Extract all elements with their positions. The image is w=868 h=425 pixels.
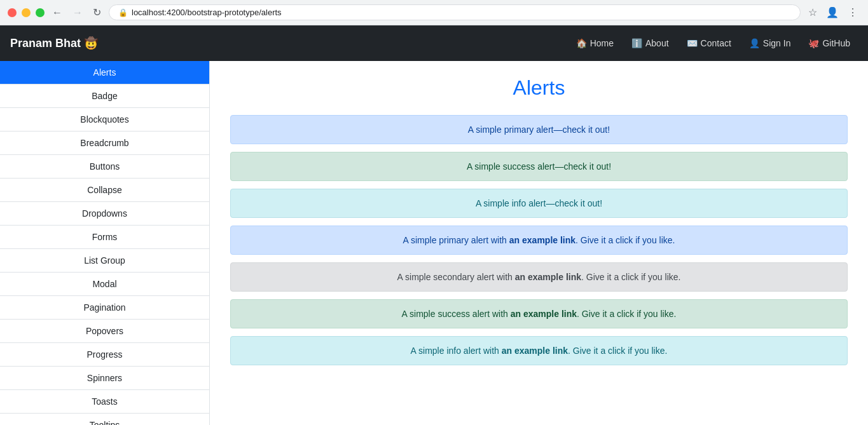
contact-icon: ✉️ — [687, 38, 698, 48]
alert-success-link-anchor[interactable]: an example link — [511, 309, 577, 319]
alert-success-link: A simple success alert with an example l… — [230, 299, 848, 328]
address-bar[interactable]: 🔒 localhost:4200/bootstrap-prototype/ale… — [109, 4, 801, 20]
alert-secondary-link-anchor[interactable]: an example link — [515, 272, 581, 282]
browser-maximize-btn[interactable] — [36, 8, 45, 17]
browser-forward-btn[interactable]: → — [70, 6, 85, 19]
alert-secondary-link: A simple secondary alert with an example… — [230, 262, 848, 292]
sidebar-item-breadcrumb[interactable]: Breadcrumb — [0, 132, 209, 155]
alert-success-simple: A simple success alert—check it out! — [230, 152, 848, 181]
content-area: Alerts A simple primary alert—check it o… — [210, 61, 868, 425]
nav-link-about[interactable]: ℹ️ About — [624, 33, 677, 53]
sidebar-item-dropdowns[interactable]: Dropdowns — [0, 202, 209, 226]
about-icon: ℹ️ — [631, 38, 642, 48]
browser-reload-btn[interactable]: ↻ — [90, 6, 104, 19]
alert-primary-simple: A simple primary alert—check it out! — [230, 115, 848, 144]
alert-info-link-after: . Give it a click if you like. — [568, 346, 667, 356]
alert-info-simple: A simple info alert—check it out! — [230, 189, 848, 218]
sidebar-item-pagination[interactable]: Pagination — [0, 296, 209, 320]
home-icon: 🏠 — [576, 38, 587, 48]
alert-primary-simple-text: A simple primary alert—check it out! — [468, 125, 610, 135]
sidebar-item-spinners[interactable]: Spinners — [0, 367, 209, 390]
main-layout: Alerts Badge Blockquotes Breadcrumb Butt… — [0, 61, 868, 425]
alert-info-simple-text: A simple info alert—check it out! — [476, 198, 602, 208]
nav-link-contact[interactable]: ✉️ Contact — [679, 33, 739, 53]
sidebar-item-modal[interactable]: Modal — [0, 273, 209, 296]
alert-success-link-before: A simple success alert with — [402, 309, 511, 319]
address-url: localhost:4200/bootstrap-prototype/alert… — [132, 8, 282, 17]
nav-signin-label: Sign In — [763, 38, 791, 48]
alert-primary-link-anchor[interactable]: an example link — [509, 235, 575, 245]
sidebar-item-list-group[interactable]: List Group — [0, 249, 209, 273]
sidebar-item-toasts[interactable]: Toasts — [0, 390, 209, 414]
sidebar-item-forms[interactable]: Forms — [0, 226, 209, 249]
page-title: Alerts — [230, 76, 848, 100]
sidebar-item-collapse[interactable]: Collapse — [0, 179, 209, 202]
nav-contact-label: Contact — [701, 38, 731, 48]
navbar-brand-text: Pranam Bhat 🤠 — [10, 36, 98, 50]
sidebar-item-popovers[interactable]: Popovers — [0, 320, 209, 343]
signin-icon: 👤 — [749, 38, 760, 48]
sidebar-item-buttons[interactable]: Buttons — [0, 155, 209, 179]
browser-close-btn[interactable] — [8, 8, 17, 17]
browser-bookmark-btn[interactable]: ☆ — [806, 5, 820, 20]
browser-minimize-btn[interactable] — [22, 8, 31, 17]
sidebar-item-badge[interactable]: Badge — [0, 84, 209, 108]
alert-info-link-before: A simple info alert with — [411, 346, 502, 356]
sidebar-item-progress[interactable]: Progress — [0, 343, 209, 367]
alert-primary-link-before: A simple primary alert with — [403, 235, 509, 245]
sidebar-item-tooltips[interactable]: Tooltips — [0, 414, 209, 425]
alert-info-link: A simple info alert with an example link… — [230, 336, 848, 365]
navbar-nav: 🏠 Home ℹ️ About ✉️ Contact 👤 Sign In 🐙 G… — [568, 33, 858, 53]
navbar-brand[interactable]: Pranam Bhat 🤠 — [10, 36, 98, 50]
github-icon: 🐙 — [808, 38, 819, 48]
sidebar-item-blockquotes[interactable]: Blockquotes — [0, 108, 209, 132]
browser-back-btn[interactable]: ← — [50, 6, 65, 19]
nav-link-github[interactable]: 🐙 GitHub — [801, 33, 858, 53]
navbar: Pranam Bhat 🤠 🏠 Home ℹ️ About ✉️ Contact… — [0, 25, 868, 61]
sidebar-item-alerts[interactable]: Alerts — [0, 61, 209, 84]
alert-primary-link-after: . Give it a click if you like. — [575, 235, 675, 245]
alert-secondary-link-after: . Give it a click if you like. — [581, 272, 680, 282]
nav-about-label: About — [645, 38, 669, 48]
alert-info-link-anchor[interactable]: an example link — [502, 346, 568, 356]
sidebar: Alerts Badge Blockquotes Breadcrumb Butt… — [0, 61, 210, 425]
nav-link-home[interactable]: 🏠 Home — [568, 33, 621, 53]
browser-profile-btn[interactable]: 👤 — [823, 5, 841, 20]
nav-link-signin[interactable]: 👤 Sign In — [741, 33, 799, 53]
alert-success-simple-text: A simple success alert—check it out! — [467, 161, 611, 172]
alert-primary-link: A simple primary alert with an example l… — [230, 226, 848, 255]
nav-home-label: Home — [590, 38, 614, 48]
browser-menu-btn[interactable]: ⋮ — [845, 5, 860, 20]
browser-chrome: ← → ↻ 🔒 localhost:4200/bootstrap-prototy… — [0, 0, 868, 25]
nav-github-label: GitHub — [822, 38, 850, 48]
alert-secondary-link-before: A simple secondary alert with — [397, 272, 515, 282]
alert-success-link-after: . Give it a click if you like. — [577, 309, 676, 319]
address-lock-icon: 🔒 — [118, 8, 128, 17]
